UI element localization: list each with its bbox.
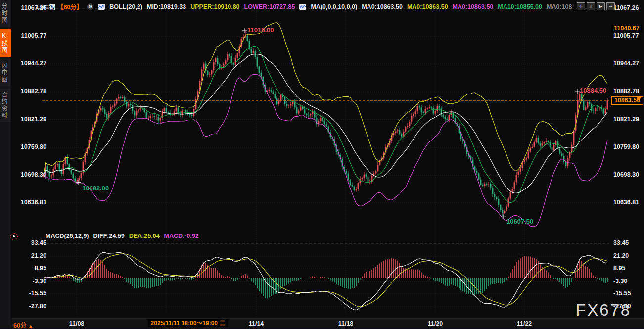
boll-name: BOLL(20,2)	[109, 3, 142, 10]
y-axis-label-left: 10944.27	[14, 60, 46, 67]
y-axis-label-right: 11067.26	[613, 4, 639, 11]
y-axis-label-left: 11005.77	[14, 32, 46, 39]
sidebar-item-contract-info[interactable]: 合约资料	[0, 89, 11, 122]
y-axis-label-left: 10882.78	[14, 88, 46, 94]
x-axis-date-label: 11/20	[428, 320, 443, 327]
y-axis-label-right: 11005.77	[613, 32, 639, 39]
boll-mid-value: MID:10819.33	[147, 3, 186, 10]
crosshair-target-icon[interactable]	[10, 233, 18, 240]
sidebar: 分时图 K线图 闪电图 合约资料	[0, 0, 11, 329]
macd-axis-label-left: 33.45	[14, 239, 46, 246]
low-price-marker: 10682.00	[82, 185, 109, 192]
macd-axis-label-right: 8.95	[613, 265, 625, 272]
macd-axis-label-left: -15.55	[14, 290, 46, 297]
y-axis-label-left: 10636.81	[14, 199, 46, 206]
time-axis-bar	[11, 318, 644, 328]
jump-latest-icon[interactable]: ⇥	[606, 2, 615, 10]
y-axis-label-right: 10882.78	[613, 88, 639, 94]
pan-icon[interactable]: ✛	[577, 2, 585, 10]
macd-dea-value: DEA:25.04	[129, 233, 160, 239]
indicator-boll-icon[interactable]	[98, 4, 105, 10]
high-price-marker: 11018.00	[247, 26, 274, 34]
high-price-marker-2: 10884.50	[580, 87, 606, 94]
watermark: FX678	[576, 301, 631, 320]
y-axis-label-right: 10636.81	[613, 199, 639, 206]
y-axis-label-left: 10821.29	[14, 116, 46, 123]
playback-icon[interactable]: ▶	[597, 2, 605, 10]
macd-axis-label-left: 8.95	[14, 265, 46, 272]
low-price-marker-2: 10607.50	[506, 218, 533, 225]
x-axis-date-label: 11/14	[249, 320, 264, 327]
y-axis-label-right: 10821.29	[613, 116, 639, 123]
macd-legend: MACD(26,12,9) DIFF:24.59 DEA:25.04 MACD:…	[46, 233, 199, 239]
ma-name: MA(0,0,0,10,0,0)	[311, 3, 357, 10]
y-axis-label-left: 11067.26	[14, 4, 46, 11]
macd-axis-label-right: 33.45	[613, 239, 629, 246]
x-axis-date-label: 11/08	[69, 320, 85, 327]
macd-diff-value: DIFF:24.59	[93, 233, 125, 239]
macd-axis-label-left: -27.80	[14, 303, 46, 310]
crosshair-time-readout: 2025/11/11 18:00～19:00 二	[148, 319, 228, 327]
add-indicator-icon[interactable]: ⊕	[87, 3, 93, 10]
macd-name: MACD(26,12,9)	[46, 233, 89, 239]
x-axis-date-label: 11/22	[517, 320, 532, 327]
main-legend: LME铜 【60分】 ⊕ BOLL(20,2) MID:10819.33 UPP…	[36, 2, 572, 11]
boll-upper-value: UPPER:10910.80	[190, 3, 239, 10]
y-axis-label-right: 10759.80	[613, 143, 639, 150]
ma10-green-value: MA10:10855.00	[498, 3, 542, 10]
y-axis-label-left: 10698.30	[14, 171, 46, 178]
macd-hist-value: MACD:-0.92	[164, 233, 199, 239]
sidebar-item-flash-chart[interactable]: 闪电图	[0, 59, 11, 86]
boll-lower-value: LOWER:10727.85	[244, 3, 295, 10]
sidebar-item-kline-chart[interactable]: K线图	[0, 29, 11, 57]
macd-axis-label-right: -3.30	[613, 278, 628, 284]
session-high-badge: 11040.67	[611, 25, 642, 32]
y-axis-label-left: 10759.80	[14, 143, 46, 150]
scale-axis-icon[interactable]: ⎍	[587, 2, 595, 10]
sidebar-item-time-chart[interactable]: 分时图	[0, 0, 11, 27]
indicator-ma-icon[interactable]	[299, 4, 306, 10]
ma0-magenta-value: MA0:10863.50	[453, 3, 494, 10]
y-axis-label-right: 10944.27	[613, 60, 639, 67]
x-axis-date-label: 11/18	[338, 320, 354, 327]
macd-axis-label-left: -3.30	[14, 278, 46, 284]
trading-terminal: 分时图 K线图 闪电图 合约资料 LME铜 【60分】 ⊕ BOLL(20,2)…	[0, 0, 644, 329]
ma0-white-value: MA0:10863.50	[362, 3, 403, 10]
y-axis-label-right: 10698.30	[613, 171, 639, 178]
candlestick-chart[interactable]	[0, 0, 644, 329]
macd-axis-label-right: -15.55	[613, 290, 631, 297]
ma0-gray-value: MA0:108	[547, 3, 572, 10]
macd-axis-label-right: 21.20	[613, 252, 629, 259]
ma0-yellow-value: MA0:10863.50	[407, 3, 448, 10]
period-label[interactable]: 【60分】	[57, 2, 83, 11]
price-arrow-icon: ◤	[637, 96, 641, 102]
macd-axis-label-left: 21.20	[14, 252, 46, 259]
